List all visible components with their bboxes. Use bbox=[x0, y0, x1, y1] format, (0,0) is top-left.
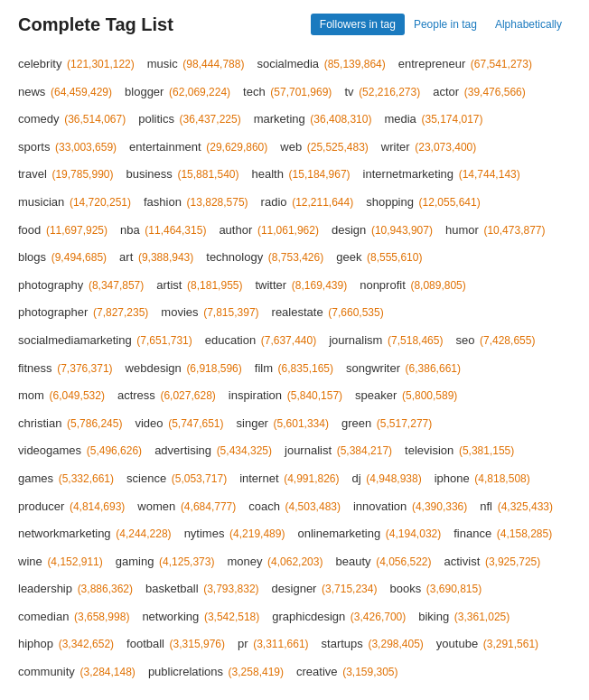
list-item[interactable]: pr (3,311,661) bbox=[238, 631, 309, 658]
list-item[interactable]: nonprofit (8,089,805) bbox=[360, 273, 466, 299]
tab-alphabetically[interactable]: Alphabetically bbox=[486, 14, 571, 35]
list-item[interactable]: blogs (9,494,685) bbox=[18, 245, 107, 271]
tab-people-in-tag[interactable]: People in tag bbox=[405, 14, 486, 35]
list-item[interactable]: beauty (4,056,522) bbox=[335, 549, 431, 575]
list-item[interactable]: actress (6,027,628) bbox=[117, 383, 216, 409]
list-item[interactable]: inspiration (5,840,157) bbox=[229, 383, 342, 409]
list-item[interactable]: photography (8,347,857) bbox=[18, 273, 144, 299]
list-item[interactable]: mom (6,049,532) bbox=[18, 383, 105, 409]
list-item[interactable]: coach (4,503,483) bbox=[248, 494, 341, 520]
list-item[interactable]: art (9,388,943) bbox=[119, 245, 193, 271]
list-item[interactable]: artist (8,181,955) bbox=[156, 273, 242, 299]
list-item[interactable]: innovation (4,390,336) bbox=[353, 494, 467, 520]
list-item[interactable]: women (4,684,777) bbox=[137, 494, 236, 520]
list-item[interactable]: design (10,943,907) bbox=[332, 218, 433, 244]
list-item[interactable]: health (15,184,967) bbox=[251, 162, 350, 188]
list-item[interactable]: webdesign (6,918,596) bbox=[126, 356, 242, 382]
list-item[interactable]: seo (7,428,655) bbox=[455, 328, 535, 354]
list-item[interactable]: producer (4,814,693) bbox=[18, 494, 125, 520]
tag-name: radio bbox=[261, 195, 287, 209]
list-item[interactable]: hiphop (3,342,652) bbox=[18, 631, 114, 658]
list-item[interactable]: video (5,747,651) bbox=[135, 411, 223, 437]
list-item[interactable]: iphone (4,818,508) bbox=[435, 466, 530, 492]
list-item[interactable]: realestate (7,660,535) bbox=[272, 300, 384, 326]
list-item[interactable]: journalist (5,384,217) bbox=[285, 438, 392, 464]
list-item[interactable]: journalism (7,518,465) bbox=[329, 328, 443, 354]
list-item[interactable]: basketball (3,793,832) bbox=[145, 576, 259, 602]
list-item[interactable]: songwriter (6,386,661) bbox=[346, 356, 461, 382]
list-item[interactable]: nfl (4,325,433) bbox=[480, 494, 553, 520]
list-item[interactable]: musician (14,720,251) bbox=[18, 190, 131, 216]
list-item[interactable]: media (35,174,017) bbox=[384, 107, 482, 133]
list-item[interactable]: movies (7,815,397) bbox=[161, 300, 258, 326]
list-item[interactable]: tech (57,701,969) bbox=[243, 79, 332, 106]
list-item[interactable]: advertising (5,434,325) bbox=[154, 438, 272, 464]
list-item[interactable]: tv (52,216,273) bbox=[344, 79, 420, 106]
list-item[interactable]: publicrelations (3,258,419) bbox=[148, 659, 284, 686]
list-item[interactable]: money (4,062,203) bbox=[227, 549, 323, 575]
list-item[interactable]: biking (3,361,025) bbox=[418, 604, 510, 630]
list-item[interactable]: wine (4,152,911) bbox=[18, 549, 103, 575]
list-item[interactable]: entertainment (29,629,860) bbox=[129, 135, 267, 161]
list-item[interactable]: singer (5,601,334) bbox=[237, 411, 329, 437]
list-item[interactable]: designer (3,715,234) bbox=[272, 576, 378, 602]
list-item[interactable]: entrepreneur (67,541,273) bbox=[398, 51, 532, 78]
list-item[interactable]: activist (3,925,725) bbox=[444, 549, 541, 575]
list-item[interactable]: games (5,332,661) bbox=[18, 466, 114, 492]
list-item[interactable]: comedy (36,514,067) bbox=[18, 107, 126, 133]
list-item[interactable]: writer (23,073,400) bbox=[381, 135, 476, 161]
list-item[interactable]: celebrity (121,301,122) bbox=[18, 51, 135, 78]
list-item[interactable]: internet (4,991,826) bbox=[239, 466, 339, 492]
tab-followers-in-tag[interactable]: Followers in tag bbox=[311, 14, 405, 35]
list-item[interactable]: socialmedia (85,139,864) bbox=[257, 51, 385, 78]
list-item[interactable]: speaker (5,800,589) bbox=[355, 383, 457, 409]
list-item[interactable]: science (5,053,717) bbox=[126, 466, 227, 492]
list-item[interactable]: youtube (3,291,561) bbox=[436, 631, 538, 658]
list-item[interactable]: fashion (13,828,575) bbox=[144, 190, 248, 216]
list-item[interactable]: marketing (36,408,310) bbox=[254, 107, 372, 133]
list-item[interactable]: travel (19,785,990) bbox=[18, 162, 113, 188]
list-item[interactable]: music (98,444,788) bbox=[147, 51, 245, 78]
list-item[interactable]: gaming (4,125,373) bbox=[116, 549, 215, 575]
list-item[interactable]: books (3,690,815) bbox=[389, 576, 481, 602]
list-item[interactable]: author (11,061,962) bbox=[219, 218, 319, 244]
list-item[interactable]: green (5,517,277) bbox=[341, 411, 432, 437]
list-item[interactable]: dj (4,948,938) bbox=[352, 466, 422, 492]
list-item[interactable]: internetmarketing (14,744,143) bbox=[363, 162, 520, 188]
list-item[interactable]: football (3,315,976) bbox=[126, 631, 225, 658]
list-item[interactable]: photographer (7,827,235) bbox=[18, 300, 148, 326]
list-item[interactable]: news (64,459,429) bbox=[18, 79, 112, 106]
list-item[interactable]: education (7,637,440) bbox=[205, 328, 316, 354]
list-item[interactable]: twitter (8,169,439) bbox=[255, 273, 347, 299]
list-item[interactable]: blogger (62,069,224) bbox=[125, 79, 230, 106]
list-item[interactable]: christian (5,786,245) bbox=[18, 411, 122, 437]
list-item[interactable]: radio (12,211,644) bbox=[261, 190, 354, 216]
list-item[interactable]: networkmarketing (4,244,228) bbox=[18, 521, 172, 547]
list-item[interactable]: community (3,284,148) bbox=[18, 659, 136, 686]
list-item[interactable]: leadership (3,886,362) bbox=[18, 576, 133, 602]
list-item[interactable]: humor (10,473,877) bbox=[445, 218, 546, 244]
list-item[interactable]: fitness (7,376,371) bbox=[18, 356, 113, 382]
list-item[interactable]: sports (33,003,659) bbox=[18, 135, 117, 161]
list-item[interactable]: technology (8,753,426) bbox=[206, 245, 323, 271]
list-item[interactable]: actor (39,476,566) bbox=[433, 79, 526, 106]
list-item[interactable]: nytimes (4,219,489) bbox=[184, 521, 285, 547]
list-item[interactable]: business (15,881,540) bbox=[126, 162, 238, 188]
list-item[interactable]: geek (8,555,610) bbox=[336, 245, 422, 271]
list-item[interactable]: television (5,381,155) bbox=[405, 438, 514, 464]
list-item[interactable]: web (25,525,483) bbox=[280, 135, 369, 161]
list-item[interactable]: graphicdesign (3,426,700) bbox=[272, 604, 406, 630]
list-item[interactable]: comedian (3,658,998) bbox=[18, 604, 129, 630]
list-item[interactable]: socialmediamarketing (7,651,731) bbox=[18, 328, 192, 354]
list-item[interactable]: videogames (5,496,626) bbox=[18, 438, 142, 464]
list-item[interactable]: onlinemarketing (4,194,032) bbox=[297, 521, 441, 547]
list-item[interactable]: politics (36,437,225) bbox=[138, 107, 240, 133]
list-item[interactable]: nba (11,464,315) bbox=[120, 218, 206, 244]
list-item[interactable]: creative (3,159,305) bbox=[296, 659, 398, 686]
list-item[interactable]: startups (3,298,405) bbox=[322, 631, 424, 658]
list-item[interactable]: shopping (12,055,641) bbox=[366, 190, 480, 216]
list-item[interactable]: finance (4,158,285) bbox=[453, 521, 552, 547]
list-item[interactable]: film (6,835,165) bbox=[255, 356, 333, 382]
list-item[interactable]: food (11,697,925) bbox=[18, 218, 108, 244]
list-item[interactable]: networking (3,542,518) bbox=[142, 604, 259, 630]
